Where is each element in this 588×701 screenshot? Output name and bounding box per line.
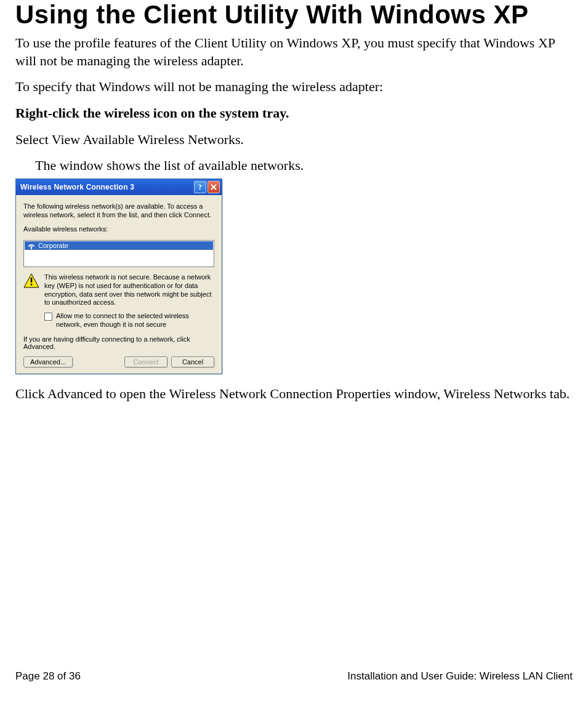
advanced-button[interactable]: Advanced...: [23, 356, 73, 367]
network-item-selected[interactable]: Corporate: [25, 241, 213, 250]
step-result: The window shows the list of available n…: [35, 157, 573, 175]
network-icon: [27, 242, 36, 249]
warning-text: This wireless network is not secure. Bec…: [44, 273, 214, 307]
close-icon: [211, 184, 217, 190]
svg-rect-6: [31, 284, 33, 286]
page-heading: Using the Client Utility With Windows XP: [15, 0, 573, 30]
cancel-button[interactable]: Cancel: [171, 356, 214, 367]
close-button[interactable]: [207, 181, 220, 193]
networks-listbox[interactable]: Corporate: [23, 240, 214, 267]
svg-rect-5: [31, 278, 33, 282]
step-right-click: Right-click the wireless icon on the sys…: [15, 105, 573, 122]
dialog-intro: The following wireless network(s) are av…: [23, 202, 214, 220]
specify-paragraph: To specify that Windows will not be mana…: [15, 78, 573, 96]
after-dialog-paragraph: Click Advanced to open the Wireless Netw…: [15, 385, 573, 403]
step-select: Select View Available Wireless Networks.: [15, 131, 573, 149]
help-icon: ?: [197, 183, 203, 191]
dialog-titlebar: Wireless Network Connection 3 ?: [16, 179, 222, 195]
page-number: Page 28 of 36: [15, 670, 81, 683]
connect-button[interactable]: Connect: [124, 356, 167, 367]
dialog-title: Wireless Network Connection 3: [20, 183, 194, 191]
svg-rect-3: [31, 247, 32, 249]
svg-text:?: ?: [198, 183, 202, 191]
allow-connect-label: Allow me to connect to the selected wire…: [56, 312, 214, 329]
help-button[interactable]: ?: [194, 181, 206, 193]
network-name: Corporate: [38, 242, 68, 249]
advice-text: If you are having difficulty connecting …: [23, 335, 214, 350]
intro-paragraph: To use the profile features of the Clien…: [15, 34, 573, 70]
available-networks-label: Available wireless networks:: [23, 225, 214, 234]
allow-connect-checkbox[interactable]: [44, 313, 52, 321]
page-footer: Page 28 of 36 Installation and User Guid…: [15, 670, 573, 683]
guide-title: Installation and User Guide: Wireless LA…: [347, 670, 573, 683]
wireless-connection-dialog: Wireless Network Connection 3 ? The foll…: [15, 178, 222, 374]
warning-icon: [23, 273, 39, 288]
